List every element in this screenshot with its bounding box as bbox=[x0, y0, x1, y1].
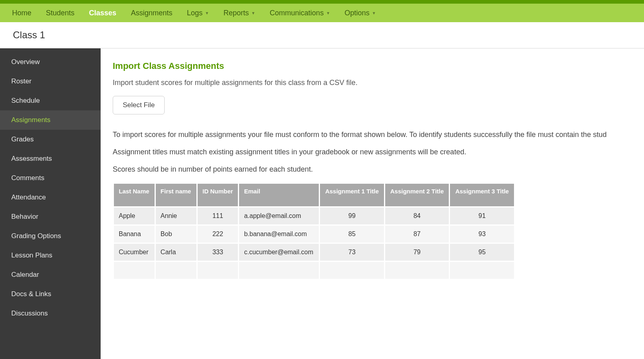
chevron-down-icon: ▼ bbox=[251, 11, 255, 15]
sidebar-item-label: Docs & Links bbox=[11, 290, 51, 298]
col-assignment-2: Assignment 2 Title bbox=[385, 184, 449, 206]
sidebar-item-label: Comments bbox=[11, 174, 44, 182]
cell-id: 333 bbox=[198, 244, 238, 261]
sidebar-item-label: Grading Options bbox=[11, 232, 61, 240]
empty-cell bbox=[156, 262, 196, 279]
sidebar-item-label: Assignments bbox=[11, 116, 50, 124]
sidebar-item-schedule[interactable]: Schedule bbox=[0, 91, 101, 110]
main-content: Import Class Assignments Import student … bbox=[101, 48, 644, 359]
sidebar-item-label: Behavior bbox=[11, 213, 38, 220]
empty-cell bbox=[320, 262, 384, 279]
cell-email: b.banana@email.com bbox=[239, 226, 319, 243]
cell-first-name: Bob bbox=[156, 226, 196, 243]
nav-label: Logs bbox=[187, 9, 202, 17]
instruction-para-2: Assignment titles must match existing as… bbox=[113, 148, 632, 156]
sidebar-item-lesson-plans[interactable]: Lesson Plans bbox=[0, 246, 101, 265]
sidebar-item-label: Grades bbox=[11, 135, 34, 143]
sidebar-item-label: Assessments bbox=[11, 155, 52, 162]
cell-a2: 87 bbox=[385, 226, 449, 243]
nav-label: Options bbox=[345, 9, 369, 17]
chevron-down-icon: ▼ bbox=[372, 11, 376, 15]
cell-a1: 85 bbox=[320, 226, 384, 243]
nav-students[interactable]: Students bbox=[39, 4, 82, 22]
nav-assignments[interactable]: Assignments bbox=[124, 4, 180, 22]
sidebar: Overview Roster Schedule Assignments Gra… bbox=[0, 48, 101, 359]
cell-a3: 95 bbox=[450, 244, 514, 261]
sidebar-item-label: Schedule bbox=[11, 97, 40, 104]
sidebar-item-calendar[interactable]: Calendar bbox=[0, 265, 101, 284]
nav-label: Home bbox=[12, 9, 31, 17]
sidebar-item-roster[interactable]: Roster bbox=[0, 72, 101, 91]
cell-first-name: Carla bbox=[156, 244, 196, 261]
sidebar-item-label: Attendance bbox=[11, 193, 46, 201]
col-assignment-1: Assignment 1 Title bbox=[320, 184, 384, 206]
sidebar-item-assessments[interactable]: Assessments bbox=[0, 149, 101, 168]
col-assignment-3: Assignment 3 Title bbox=[450, 184, 514, 206]
sidebar-item-grading-options[interactable]: Grading Options bbox=[0, 226, 101, 246]
nav-options[interactable]: Options▼ bbox=[337, 4, 383, 22]
sidebar-item-comments[interactable]: Comments bbox=[0, 168, 101, 188]
nav-classes[interactable]: Classes bbox=[82, 4, 124, 22]
cell-a3: 93 bbox=[450, 226, 514, 243]
main-nav: Home Students Classes Assignments Logs▼ … bbox=[0, 4, 644, 22]
cell-a1: 99 bbox=[320, 208, 384, 224]
cell-a2: 79 bbox=[385, 244, 449, 261]
cell-last-name: Apple bbox=[114, 208, 155, 224]
empty-cell bbox=[198, 262, 238, 279]
nav-label: Communications bbox=[270, 9, 324, 17]
table-row-empty bbox=[114, 262, 514, 279]
table-header-row: Last Name First name ID Number Email Ass… bbox=[114, 184, 514, 206]
nav-logs[interactable]: Logs▼ bbox=[180, 4, 216, 22]
cell-first-name: Annie bbox=[156, 208, 196, 224]
col-first-name: First name bbox=[156, 184, 196, 206]
nav-label: Reports bbox=[223, 9, 249, 17]
sidebar-item-assignments[interactable]: Assignments bbox=[0, 110, 101, 130]
instruction-para-3: Scores should be in number of points ear… bbox=[113, 165, 632, 174]
cell-id: 222 bbox=[198, 226, 238, 243]
sidebar-item-grades[interactable]: Grades bbox=[0, 130, 101, 149]
sidebar-item-attendance[interactable]: Attendance bbox=[0, 188, 101, 207]
cell-id: 111 bbox=[198, 208, 238, 224]
nav-reports[interactable]: Reports▼ bbox=[216, 4, 262, 22]
sidebar-item-label: Discussions bbox=[11, 309, 48, 317]
table-row: Cucumber Carla 333 c.cucumber@email.com … bbox=[114, 244, 514, 261]
col-id-number: ID Number bbox=[198, 184, 238, 206]
cell-email: a.apple@email.com bbox=[239, 208, 319, 224]
section-heading: Import Class Assignments bbox=[113, 61, 632, 71]
sidebar-item-label: Overview bbox=[11, 58, 40, 66]
empty-cell bbox=[239, 262, 319, 279]
instruction-para-1: To import scores for multiple assignment… bbox=[113, 131, 632, 139]
sidebar-item-discussions[interactable]: Discussions bbox=[0, 304, 101, 323]
sidebar-item-docs-links[interactable]: Docs & Links bbox=[0, 284, 101, 304]
sidebar-item-label: Roster bbox=[11, 77, 31, 85]
cell-email: c.cucumber@email.com bbox=[239, 244, 319, 261]
empty-cell bbox=[114, 262, 155, 279]
empty-cell bbox=[450, 262, 514, 279]
chevron-down-icon: ▼ bbox=[326, 11, 330, 15]
sidebar-item-overview[interactable]: Overview bbox=[0, 52, 101, 72]
top-accent-bar bbox=[0, 0, 644, 4]
col-email: Email bbox=[239, 184, 319, 206]
cell-a1: 73 bbox=[320, 244, 384, 261]
nav-label: Classes bbox=[89, 9, 116, 17]
chevron-down-icon: ▼ bbox=[205, 11, 209, 15]
cell-last-name: Banana bbox=[114, 226, 155, 243]
cell-a2: 84 bbox=[385, 208, 449, 224]
table-row: Banana Bob 222 b.banana@email.com 85 87 … bbox=[114, 226, 514, 243]
intro-text: Import student scores for multiple assig… bbox=[113, 79, 632, 87]
col-last-name: Last Name bbox=[114, 184, 155, 206]
nav-label: Students bbox=[46, 9, 74, 17]
sidebar-item-behavior[interactable]: Behavior bbox=[0, 207, 101, 226]
nav-home[interactable]: Home bbox=[5, 4, 39, 22]
table-row: Apple Annie 111 a.apple@email.com 99 84 … bbox=[114, 208, 514, 224]
sidebar-item-label: Lesson Plans bbox=[11, 251, 52, 259]
page-title: Class 1 bbox=[13, 29, 631, 41]
nav-label: Assignments bbox=[131, 9, 172, 17]
page-header: Class 1 bbox=[0, 22, 644, 48]
select-file-button[interactable]: Select File bbox=[113, 96, 165, 114]
sample-format-table: Last Name First name ID Number Email Ass… bbox=[113, 183, 515, 280]
empty-cell bbox=[385, 262, 449, 279]
cell-last-name: Cucumber bbox=[114, 244, 155, 261]
cell-a3: 91 bbox=[450, 208, 514, 224]
nav-communications[interactable]: Communications▼ bbox=[262, 4, 337, 22]
